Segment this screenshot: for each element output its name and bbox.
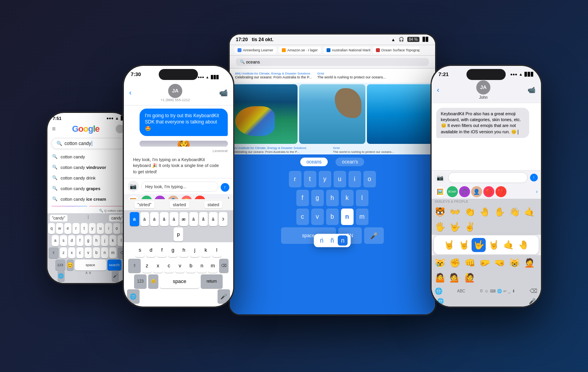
key-n[interactable]: n	[101, 247, 108, 258]
suggestion-strted[interactable]: "strted"	[134, 201, 154, 208]
ipad-mic-key[interactable]: 🎤	[364, 227, 384, 244]
key-ae[interactable]: æ	[180, 212, 188, 226]
right-photo-icon[interactable]: 📷	[435, 172, 446, 183]
key-w[interactable]: w	[56, 223, 63, 234]
expand-icon[interactable]: ›	[228, 196, 229, 198]
photos-app-icon[interactable]: 🖼️	[128, 196, 139, 199]
key-q[interactable]: q	[48, 223, 55, 234]
right-video-icon[interactable]: 📹	[528, 86, 535, 94]
ipad-key-k[interactable]: k	[341, 190, 354, 206]
icon-kbd[interactable]: ⌨	[490, 289, 495, 293]
key-c-main[interactable]: c	[164, 259, 174, 273]
key-open-o[interactable]: ɔ	[219, 212, 227, 226]
right-mic-bottom[interactable]: 🎤	[529, 298, 535, 304]
right-cash-icon[interactable]: $Cash	[447, 186, 458, 197]
right-send-button[interactable]: ↑	[530, 174, 538, 181]
emoji-4[interactable]: 🤚	[478, 205, 492, 219]
emoji-1[interactable]: 🐯	[433, 205, 447, 219]
ipad-key-b[interactable]: b	[326, 209, 339, 225]
video-call-icon[interactable]: 📹	[219, 89, 228, 97]
popup-key-n-tilde[interactable]: ñ	[327, 236, 337, 246]
right-back-button[interactable]: ‹	[437, 86, 439, 94]
key-e[interactable]: e	[64, 223, 71, 234]
kb-suggestion-1[interactable]: "candy"	[50, 215, 68, 221]
mic-key[interactable]: 🎤	[112, 270, 119, 281]
suggestion-2[interactable]: 🔍 cotton candy vindruvor	[47, 162, 129, 172]
key-a-accent[interactable]: a	[130, 212, 139, 226]
key-m-main[interactable]: m	[208, 259, 218, 273]
ipad-key-h-ipad[interactable]: h	[326, 190, 339, 206]
ipad-key-f[interactable]: f	[296, 190, 309, 206]
ipad-key-i[interactable]: i	[348, 171, 361, 187]
key-f[interactable]: f	[76, 235, 83, 246]
key-s[interactable]: s	[60, 235, 67, 246]
key-o[interactable]: o	[113, 223, 120, 234]
key-p-main[interactable]: p	[174, 227, 183, 241]
emoji-12[interactable]: ✊	[448, 256, 462, 270]
emoji-2[interactable]: 👐	[448, 205, 462, 219]
suggestion-4[interactable]: 🔍 cotton candy grapes	[47, 183, 129, 194]
key-a[interactable]: a	[52, 235, 59, 246]
suggestion-started[interactable]: started	[170, 201, 189, 208]
key-x[interactable]: x	[68, 247, 75, 258]
key-h[interactable]: h	[179, 243, 189, 257]
emoji-3[interactable]: 👏	[463, 205, 477, 219]
right-audio-icon[interactable]: 🎵	[459, 186, 470, 197]
ipad-key-o[interactable]: o	[363, 171, 376, 187]
key-d[interactable]: d	[146, 243, 156, 257]
emoji-19[interactable]: 💁	[448, 271, 462, 285]
key-l-main[interactable]: l	[212, 243, 221, 257]
popup-emoji-6[interactable]: 🤚	[516, 238, 530, 252]
autocomplete-oceans[interactable]: oceans	[300, 158, 328, 166]
message-input[interactable]: Hey look, I'm typing...	[141, 181, 218, 192]
space-main[interactable]: space	[160, 274, 199, 289]
url-field[interactable]: 🔍 oceans	[236, 58, 429, 66]
popup-emoji-2[interactable]: 🤘	[457, 238, 471, 252]
globe-key[interactable]: 🌐	[58, 270, 65, 281]
suggestion-5[interactable]: 🔍 cotton candy ice cream	[47, 194, 129, 204]
popup-emoji-3[interactable]: 🤟	[472, 238, 486, 252]
icon-globe2[interactable]: 🌐	[497, 289, 502, 293]
emoji-10[interactable]: ✌️	[463, 220, 477, 234]
space-key[interactable]: space	[75, 259, 106, 270]
emoji-14[interactable]: 🤛	[478, 256, 492, 270]
key-t[interactable]: t	[81, 223, 88, 234]
result-2-title[interactable]: The world is rushing to protect our ocea…	[318, 75, 396, 80]
shift-key[interactable]: ⇧	[49, 247, 59, 258]
key-z-main[interactable]: z	[142, 259, 152, 273]
emoji-7[interactable]: 🤙	[523, 205, 537, 219]
key-d[interactable]: d	[68, 235, 75, 246]
icon-p-down[interactable]: ⬇	[512, 289, 515, 293]
key-a-macron[interactable]: ā	[189, 212, 198, 226]
key-u[interactable]: u	[97, 223, 104, 234]
num-key[interactable]: 123	[55, 259, 65, 270]
hamburger-icon[interactable]: ≡	[52, 125, 56, 132]
ipad-key-u[interactable]: u	[334, 171, 346, 187]
ipad-key-t[interactable]: t	[304, 171, 316, 187]
globe-main[interactable]: 🌐	[127, 289, 140, 303]
key-j[interactable]: j	[101, 235, 108, 246]
emoji-5[interactable]: ✋	[493, 205, 507, 219]
key-y[interactable]: y	[89, 223, 96, 234]
emoji-6[interactable]: 👋	[508, 205, 522, 219]
icon-return[interactable]: ↩	[503, 289, 506, 293]
ipad-key-c[interactable]: c	[296, 209, 309, 225]
key-s[interactable]: s	[135, 243, 145, 257]
tab-3[interactable]: Australian National Maritime Museum	[323, 47, 370, 54]
key-m[interactable]: m	[109, 247, 116, 258]
key-b[interactable]: b	[93, 247, 100, 258]
right-delete-key[interactable]: ⌫	[530, 288, 537, 294]
suggestion-stated[interactable]: stated	[204, 201, 222, 208]
key-j[interactable]: j	[190, 243, 200, 257]
back-button[interactable]: ‹	[129, 89, 132, 97]
key-c[interactable]: c	[76, 247, 83, 258]
emoji-16[interactable]: 😸	[508, 256, 522, 270]
autocomplete-oceans2[interactable]: ocean's	[336, 158, 364, 166]
emoji-13[interactable]: 👊	[463, 256, 477, 270]
tab-1[interactable]: Annenberg Learner	[234, 47, 277, 54]
send-button[interactable]: ↑	[221, 183, 229, 192]
num-main[interactable]: 123	[134, 274, 147, 289]
ipad-key-l-ipad[interactable]: l	[356, 190, 368, 206]
key-a-uml[interactable]: ä	[170, 212, 178, 226]
emoji-9[interactable]: 🤟	[448, 220, 462, 234]
